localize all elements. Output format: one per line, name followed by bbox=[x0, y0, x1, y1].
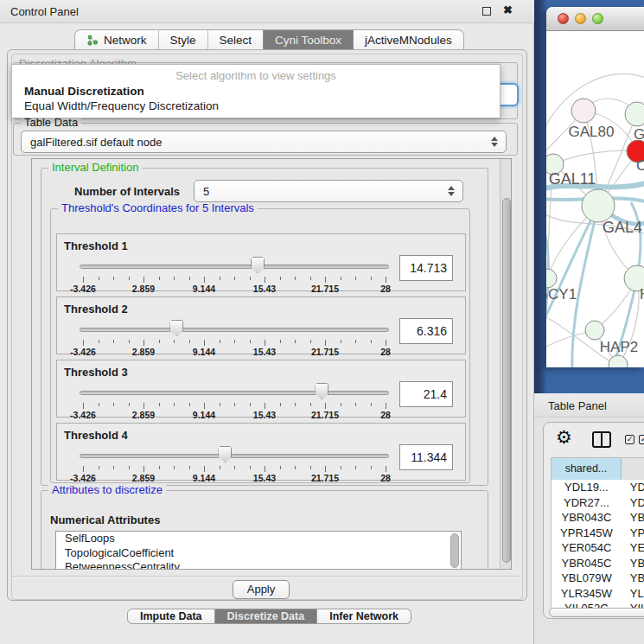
checkbox-icon[interactable]: ✓ bbox=[639, 435, 644, 444]
slider-tick bbox=[174, 466, 175, 469]
table-row[interactable]: YBL079WYBL07 bbox=[552, 571, 644, 586]
table-row[interactable]: YBR043CYBR04 bbox=[552, 510, 644, 526]
slider-tick bbox=[204, 277, 205, 283]
slider-track[interactable] bbox=[80, 391, 389, 395]
slider-tick bbox=[386, 277, 386, 283]
tab-cyni-toolbox[interactable]: Cyni Toolbox bbox=[263, 29, 354, 49]
table-row[interactable]: YBR045CYBR04 bbox=[552, 556, 644, 571]
network-node[interactable] bbox=[582, 189, 615, 222]
slider-tick bbox=[204, 340, 205, 346]
table-cell: YBR045C bbox=[552, 556, 622, 571]
split-columns-icon[interactable] bbox=[592, 431, 611, 448]
slider-tick-label: -3.426 bbox=[61, 410, 105, 420]
combo-stepper-icon bbox=[448, 186, 455, 196]
number-of-intervals-combobox[interactable]: 5 bbox=[194, 180, 463, 202]
slider-thumb[interactable] bbox=[251, 257, 265, 273]
network-node[interactable] bbox=[625, 102, 644, 126]
threshold-value-field[interactable]: 11.344 bbox=[399, 444, 453, 470]
threshold-value-field[interactable]: 21.4 bbox=[399, 381, 453, 407]
slider-tick bbox=[113, 340, 114, 343]
attributes-list-scrollbar[interactable] bbox=[450, 533, 459, 568]
tab-select[interactable]: Select bbox=[207, 29, 264, 49]
list-item[interactable]: SelfLoops bbox=[56, 532, 461, 546]
table-row[interactable]: YLR345WYLR34 bbox=[552, 586, 644, 602]
algorithm-dropdown-popup: Select algorithm to view settings Manual… bbox=[11, 64, 501, 118]
table-cell: YLR34 bbox=[622, 586, 644, 602]
slider-tick bbox=[265, 277, 265, 283]
settings-scrollbar-track[interactable] bbox=[500, 159, 512, 570]
settings-scrollbar-thumb[interactable] bbox=[502, 198, 511, 563]
slider-tick-label: -3.426 bbox=[61, 284, 105, 294]
minimize-traffic-light[interactable] bbox=[575, 13, 586, 24]
table-column-header[interactable]: na bbox=[622, 458, 644, 480]
attributes-group-title: Attributes to discretize bbox=[48, 484, 166, 496]
table-panel-titlebar: Table Panel bbox=[534, 393, 644, 418]
zoom-traffic-light[interactable] bbox=[592, 13, 603, 24]
tab-style[interactable]: Style bbox=[158, 29, 207, 49]
tab-discretize-data[interactable]: Discretize Data bbox=[215, 609, 318, 624]
slider-thumb[interactable] bbox=[315, 383, 328, 399]
table-data-combobox[interactable]: galFiltered.sif default node bbox=[21, 131, 507, 153]
slider-tick bbox=[234, 466, 235, 469]
network-window-titlebar[interactable] bbox=[546, 7, 644, 31]
network-node[interactable] bbox=[571, 99, 596, 123]
table-row[interactable]: YDL19...YDL19 bbox=[552, 480, 644, 495]
table-column-header[interactable]: shared... bbox=[552, 458, 622, 480]
table-row[interactable]: YER054CYER05 bbox=[552, 540, 644, 556]
slider-tick bbox=[325, 277, 326, 283]
list-item[interactable]: TopologicalCoefficient bbox=[56, 546, 461, 561]
network-node[interactable] bbox=[546, 269, 557, 288]
tab-jactivemnodules[interactable]: jActiveMNodules bbox=[354, 29, 464, 49]
slider-tick-label: 2.859 bbox=[122, 347, 165, 357]
thresholds-group: Threshold's Coordinates for 5 Intervals … bbox=[50, 208, 470, 483]
slider-tick bbox=[189, 277, 190, 280]
slider-tick-label: -3.426 bbox=[61, 347, 105, 357]
checkbox-icon[interactable]: ✓ bbox=[625, 435, 634, 444]
algorithm-option-manual[interactable]: Manual Discretization bbox=[24, 85, 144, 98]
table-row[interactable]: YDR27...YDR27 bbox=[552, 495, 644, 511]
slider-tick bbox=[310, 466, 311, 469]
slider-tick bbox=[265, 403, 265, 409]
close-icon[interactable]: ✖ bbox=[503, 3, 513, 16]
slider-tick-label: 28 bbox=[364, 347, 407, 357]
slider-track[interactable] bbox=[80, 265, 389, 269]
slider-tick bbox=[341, 340, 341, 343]
slider-thumb[interactable] bbox=[218, 446, 232, 462]
slider-tick bbox=[371, 340, 372, 343]
slider-tick-label: 28 bbox=[364, 410, 407, 420]
network-node[interactable] bbox=[609, 355, 628, 367]
table-row[interactable]: YPR145WYPR14 bbox=[552, 526, 644, 541]
network-node[interactable] bbox=[585, 321, 604, 340]
tab-impute-data[interactable]: Impute Data bbox=[127, 609, 215, 624]
threshold-value-field[interactable]: 6.316 bbox=[399, 318, 453, 344]
settings-scrollpane: Interval Definition Number of Intervals … bbox=[31, 158, 512, 570]
slider-tick bbox=[113, 403, 114, 406]
network-canvas[interactable]: GAL80GACGAL11GAL4GCY1HHAP2 bbox=[546, 31, 644, 367]
apply-button[interactable]: Apply bbox=[233, 580, 290, 599]
close-traffic-light[interactable] bbox=[558, 13, 569, 24]
threshold-value-field[interactable]: 14.713 bbox=[399, 255, 453, 281]
list-item[interactable]: BetweennessCentrality bbox=[56, 560, 461, 570]
slider-tick-label: 21.715 bbox=[303, 284, 347, 294]
slider-tick-label: 15.43 bbox=[243, 284, 286, 294]
slider-tick bbox=[280, 277, 281, 280]
slider-track[interactable] bbox=[80, 454, 389, 458]
table-panel-body: ⚙ ✓ ✓ shared...na YDL19...YDL19YDR27...Y… bbox=[543, 422, 644, 619]
slider-tick bbox=[280, 466, 281, 469]
slider-thumb[interactable] bbox=[169, 320, 183, 336]
table-horizontal-scrollbar[interactable] bbox=[549, 608, 644, 617]
table-cell: YER05 bbox=[622, 540, 644, 556]
numerical-attributes-list[interactable]: SelfLoopsTopologicalCoefficientBetweenne… bbox=[55, 531, 462, 570]
slider-track[interactable] bbox=[80, 328, 389, 332]
slider-tick bbox=[280, 340, 281, 343]
tab-network[interactable]: Network bbox=[74, 29, 158, 49]
algorithm-option-equal-width[interactable]: Equal Width/Frequency Discretization bbox=[24, 99, 219, 112]
slider-tick bbox=[129, 277, 130, 280]
float-window-icon[interactable] bbox=[482, 7, 491, 16]
table-cell: YPR14 bbox=[622, 526, 644, 541]
tab-infer-network[interactable]: Infer Network bbox=[317, 609, 411, 624]
slider-tick bbox=[310, 340, 311, 343]
network-view-window: GAL80GACGAL11GAL4GCY1HHAP2 bbox=[546, 7, 644, 367]
gear-icon[interactable]: ⚙ bbox=[556, 427, 572, 448]
slider-tick bbox=[234, 340, 235, 343]
